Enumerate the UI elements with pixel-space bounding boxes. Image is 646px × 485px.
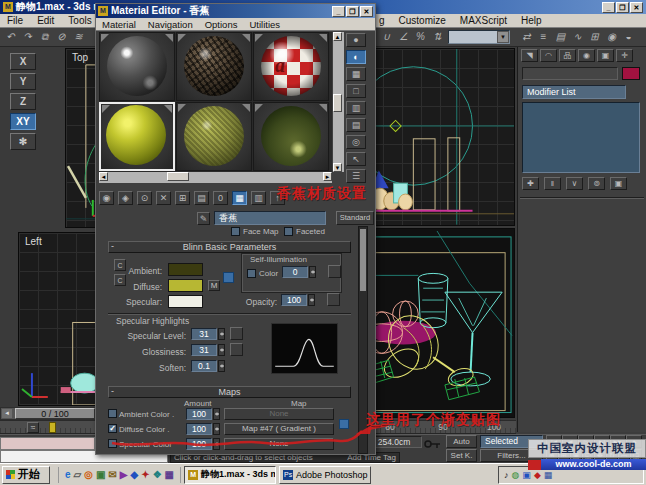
scroll-left-icon[interactable]: ◄ bbox=[99, 172, 108, 181]
tab-create[interactable]: ◥ bbox=[521, 49, 538, 62]
percent-snap-icon[interactable]: % bbox=[412, 29, 429, 44]
lock-color-button[interactable] bbox=[223, 272, 234, 283]
quicklaunch-icon-1[interactable]: ▣ bbox=[96, 469, 105, 480]
start-button[interactable]: 开始 bbox=[2, 466, 50, 484]
named-selection-combobox[interactable]: ▼ bbox=[448, 30, 510, 44]
pin-stack-button[interactable]: ✚ bbox=[522, 177, 539, 190]
tab-utilities[interactable]: ✛ bbox=[616, 49, 633, 62]
ambient-color-swatch[interactable] bbox=[168, 263, 203, 276]
me-menu-options[interactable]: Options bbox=[199, 19, 244, 30]
quicklaunch-icon-5[interactable]: ✦ bbox=[141, 469, 149, 480]
schematic-view-icon[interactable]: ⊞ bbox=[586, 29, 603, 44]
put-to-library-icon[interactable]: ▤ bbox=[194, 191, 209, 205]
close-button[interactable]: ✕ bbox=[630, 2, 643, 13]
material-editor-icon[interactable]: ◉ bbox=[603, 29, 620, 44]
unlink-selection-icon[interactable]: ⊘ bbox=[53, 29, 70, 44]
maximize-button[interactable]: ❐ bbox=[346, 6, 359, 17]
render-setup-icon[interactable]: ◒ bbox=[620, 29, 637, 44]
spinner-snap-icon[interactable]: ⇅ bbox=[429, 29, 446, 44]
material-id-channel-icon[interactable]: 0 bbox=[213, 191, 228, 205]
collapse-icon[interactable]: - bbox=[111, 386, 114, 396]
material-sample-slot[interactable] bbox=[176, 32, 252, 101]
tab-modify[interactable]: ◠ bbox=[540, 49, 557, 62]
task-photoshop[interactable]: PsAdobe Photoshop bbox=[279, 466, 371, 484]
axis-z-button[interactable]: Z bbox=[10, 93, 36, 110]
specular-map-amount[interactable]: 100 bbox=[186, 438, 212, 450]
tray-icon-2[interactable]: ◆ bbox=[534, 470, 541, 480]
show-map-in-viewport-icon[interactable]: ▦ bbox=[232, 191, 247, 205]
ambient-map-checkbox[interactable] bbox=[108, 409, 117, 418]
layer-manager-icon[interactable]: ▤ bbox=[552, 29, 569, 44]
axis-y-button[interactable]: Y bbox=[10, 73, 36, 90]
material-map-navigator-icon[interactable]: ☰ bbox=[346, 169, 366, 183]
slot-horizontal-scrollbar[interactable]: ◄ ► bbox=[99, 172, 332, 183]
specular-level-value[interactable]: 31 bbox=[191, 328, 217, 340]
maxscript-mini-listener-pink[interactable] bbox=[0, 437, 95, 450]
scroll-up-icon[interactable]: ▲ bbox=[333, 32, 342, 41]
make-preview-icon[interactable]: ▤ bbox=[346, 118, 366, 132]
self-illumination-spinner[interactable] bbox=[309, 266, 316, 278]
backlight-icon[interactable]: ◐ bbox=[346, 50, 366, 64]
axis-x-button[interactable]: X bbox=[10, 53, 36, 70]
tab-display[interactable]: ▣ bbox=[597, 49, 614, 62]
make-unique-button[interactable]: ∨ bbox=[566, 177, 583, 190]
video-color-check-icon[interactable]: ▥ bbox=[346, 101, 366, 115]
soften-value[interactable]: 0.1 bbox=[191, 360, 217, 372]
mirror-icon[interactable]: ⇄ bbox=[518, 29, 535, 44]
reset-map-icon[interactable]: ✕ bbox=[156, 191, 171, 205]
show-end-result-icon[interactable]: ▥ bbox=[251, 191, 266, 205]
menu-customize[interactable]: Customize bbox=[392, 15, 453, 26]
minimize-button[interactable]: _ bbox=[332, 6, 345, 17]
menu-help[interactable]: Help bbox=[514, 15, 549, 26]
tab-motion[interactable]: ◉ bbox=[578, 49, 595, 62]
me-menu-navigation[interactable]: Navigation bbox=[142, 19, 199, 30]
align-icon[interactable]: ≡ bbox=[535, 29, 552, 44]
scroll-right-icon[interactable]: ► bbox=[323, 172, 332, 181]
configure-modifier-sets-button[interactable]: ▣ bbox=[610, 177, 627, 190]
opacity-map-button[interactable] bbox=[327, 293, 340, 306]
specular-level-map-button[interactable] bbox=[230, 327, 243, 340]
task-3dsmax[interactable]: M静物1.max - 3ds m... bbox=[184, 466, 276, 484]
mini-curve-editor-button[interactable]: ≈ bbox=[27, 422, 39, 433]
menu-tools[interactable]: Tools bbox=[61, 15, 98, 26]
network-icon[interactable]: ◍ bbox=[512, 470, 520, 480]
face-map-checkbox[interactable] bbox=[231, 227, 240, 236]
ie-icon[interactable]: e bbox=[65, 469, 71, 480]
specular-level-spinner[interactable] bbox=[218, 328, 225, 340]
material-sample-slot[interactable] bbox=[176, 102, 252, 171]
glossiness-map-button[interactable] bbox=[230, 343, 243, 356]
menu-maxscript[interactable]: MAXScript bbox=[453, 15, 514, 26]
put-to-scene-icon[interactable]: ◈ bbox=[118, 191, 133, 205]
material-sample-slot[interactable] bbox=[99, 32, 175, 101]
material-name-dropdown[interactable]: 香蕉 bbox=[214, 211, 326, 225]
specular-map-button[interactable]: None bbox=[224, 438, 334, 450]
collapse-icon[interactable]: - bbox=[111, 241, 114, 251]
diffuse-map-shortcut-button[interactable]: M bbox=[208, 280, 220, 291]
rollout-blinn-basic-parameters[interactable]: Blinn Basic Parameters bbox=[108, 241, 351, 253]
time-slider[interactable]: 0 / 100 bbox=[15, 408, 95, 419]
material-sample-slot-selected[interactable] bbox=[99, 102, 175, 171]
show-end-result-button[interactable]: ‖ bbox=[544, 177, 561, 190]
quicklaunch-icon-2[interactable]: ✉ bbox=[108, 469, 116, 480]
faceted-checkbox[interactable] bbox=[284, 227, 293, 236]
menu-file[interactable]: File bbox=[0, 15, 30, 26]
background-icon[interactable]: ▦ bbox=[346, 67, 366, 81]
object-name-field[interactable] bbox=[522, 67, 618, 80]
media-player-icon[interactable]: ◎ bbox=[84, 469, 93, 480]
glossiness-value[interactable]: 31 bbox=[191, 344, 217, 356]
sample-type-icon[interactable]: ● bbox=[346, 33, 366, 47]
material-editor-titlebar[interactable]: M Material Editor - 香蕉 _❐✕ bbox=[96, 4, 375, 18]
tray-icon-1[interactable]: ▣ bbox=[522, 470, 531, 480]
diffuse-map-checkbox[interactable]: ✓ bbox=[108, 424, 117, 433]
show-desktop-icon[interactable]: ▱ bbox=[74, 469, 82, 480]
sample-uv-tiling-icon[interactable]: □ bbox=[346, 84, 366, 98]
track-bar-thumb[interactable] bbox=[49, 422, 56, 433]
quicklaunch-icon-4[interactable]: ◆ bbox=[131, 469, 139, 480]
material-sample-slot[interactable]: a bbox=[253, 32, 329, 101]
quicklaunch-icon-6[interactable]: ❖ bbox=[153, 469, 162, 480]
viewport-front[interactable] bbox=[363, 48, 515, 226]
snap-flyout-icon[interactable]: ✻ bbox=[10, 133, 36, 150]
modifier-list-dropdown[interactable]: Modifier List bbox=[522, 85, 626, 99]
quicklaunch-icon-3[interactable]: ▶ bbox=[120, 469, 128, 480]
soften-spinner[interactable] bbox=[218, 360, 225, 372]
